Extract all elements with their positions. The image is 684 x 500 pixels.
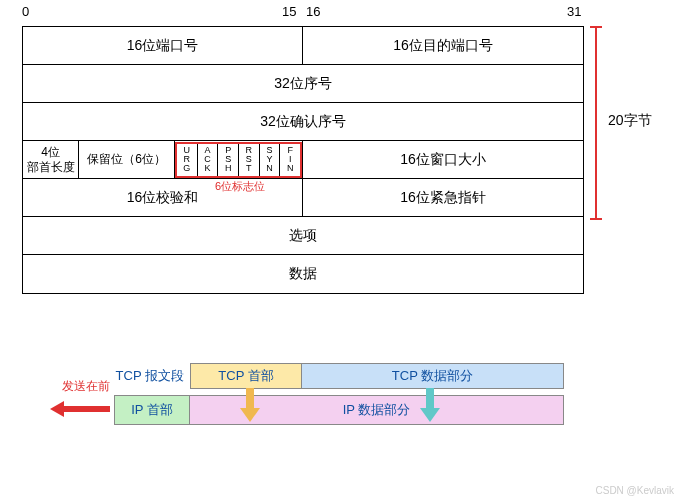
flag-psh: PSH <box>218 144 239 176</box>
options-field: 选项 <box>23 217 583 254</box>
flag-urg: URG <box>177 144 198 176</box>
bit-label-0: 0 <box>22 4 29 19</box>
encapsulation-diagram: TCP 报文段 TCP 首部 TCP 数据部分 发送在前 IP 首部 IP 数据… <box>60 362 620 426</box>
seq-field: 32位序号 <box>23 65 583 102</box>
tcp-data-box: TCP 数据部分 <box>302 363 564 389</box>
watermark: CSDN @Kevlavik <box>595 485 674 496</box>
header-length-field: 4位 部首长度 <box>23 141 79 178</box>
dst-port-field: 16位目的端口号 <box>303 27 583 64</box>
table-row: 32位确认序号 <box>23 103 583 141</box>
tcp-segment-row: TCP 报文段 TCP 首部 TCP 数据部分 <box>60 362 620 390</box>
flag-syn: SYN <box>260 144 281 176</box>
bit-label-15: 15 <box>282 4 296 19</box>
data-field: 数据 <box>23 255 583 293</box>
table-row: 选项 <box>23 217 583 255</box>
ip-header-box: IP 首部 <box>114 395 190 425</box>
arrow-left-icon <box>50 404 112 414</box>
tcp-header-table: 16位端口号 16位目的端口号 32位序号 32位确认序号 4位 部首长度 保留… <box>22 26 584 294</box>
flag-rst: RST <box>239 144 260 176</box>
table-row: 32位序号 <box>23 65 583 103</box>
table-row: 数据 <box>23 255 583 293</box>
flag-fin: FIN <box>280 144 300 176</box>
arrow-down-icon <box>240 388 260 422</box>
reserved-field: 保留位（6位） <box>79 141 175 178</box>
bit-label-31: 31 <box>567 4 581 19</box>
table-row: 16位端口号 16位目的端口号 <box>23 27 583 65</box>
ack-field: 32位确认序号 <box>23 103 583 140</box>
window-field: 16位窗口大小 <box>303 141 583 178</box>
ip-datagram-row: 发送在前 IP 首部 IP 数据部分 <box>60 394 620 426</box>
table-row: 16位校验和 16位紧急指针 <box>23 179 583 217</box>
size-bracket-icon <box>590 26 602 220</box>
bit-label-16: 16 <box>306 4 320 19</box>
table-row: 4位 部首长度 保留位（6位） URG ACK PSH RST SYN FIN … <box>23 141 583 179</box>
send-first-label: 发送在前 <box>56 378 116 395</box>
urgent-ptr-field: 16位紧急指针 <box>303 179 583 216</box>
tcp-header-box: TCP 首部 <box>190 363 302 389</box>
flags-box: URG ACK PSH RST SYN FIN <box>175 142 302 178</box>
arrow-down-icon <box>420 388 440 422</box>
header-size-label: 20字节 <box>608 112 652 130</box>
flags-field: URG ACK PSH RST SYN FIN 6位标志位 <box>175 141 303 178</box>
src-port-field: 16位端口号 <box>23 27 303 64</box>
flag-ack: ACK <box>198 144 219 176</box>
flags-label: 6位标志位 <box>215 179 265 194</box>
